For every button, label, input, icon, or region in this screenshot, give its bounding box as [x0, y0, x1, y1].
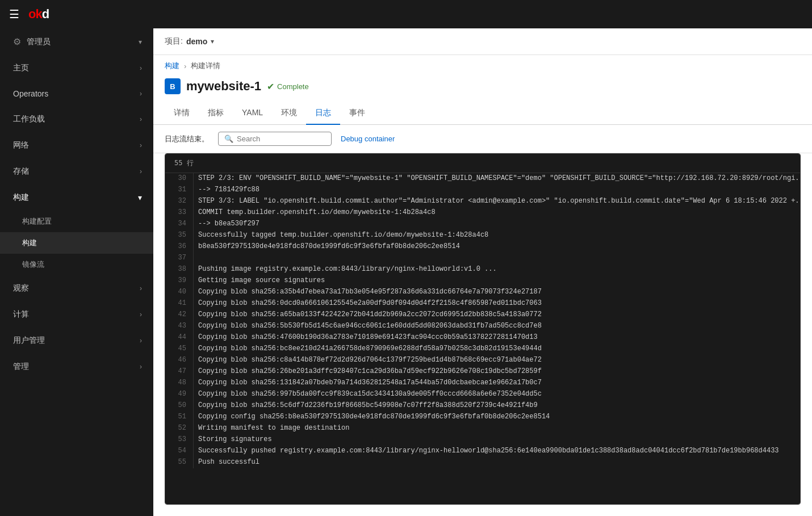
sidebar-item-admin[interactable]: ⚙ 管理员 ▾ [0, 28, 153, 55]
chevron-right-icon-wl: › [140, 115, 142, 123]
sidebar-item-workload[interactable]: 工作负载 › [0, 106, 153, 132]
sidebar: ⚙ 管理员 ▾ 主页 › Operators › 工作负载 › 网络 [0, 28, 153, 516]
table-row: 47Copying blob sha256:26be201a3dffc92840… [165, 366, 800, 377]
sidebar-item-home-label: 主页 [13, 63, 29, 73]
line-content: --> 7181429fc88 [194, 184, 264, 196]
line-content: Getting image source signatures [194, 275, 329, 287]
tab-详情[interactable]: 详情 [165, 102, 199, 125]
sidebar-item-network[interactable]: 网络 › [0, 132, 153, 158]
project-dropdown-arrow[interactable]: ▾ [211, 37, 214, 45]
tab-YAML[interactable]: YAML [233, 102, 272, 125]
line-number: 44 [165, 332, 194, 343]
line-content: Copying blob sha256:47600b190d36a2783e71… [194, 332, 542, 343]
line-number: 55 [165, 457, 194, 468]
sidebar-item-observe-label: 观察 [13, 283, 29, 293]
table-row: 50Copying blob sha256:5c6df7d2236fb19f86… [165, 400, 800, 412]
line-content: Copying blob sha256:5c6df7d2236fb19f8668… [194, 400, 542, 412]
line-number: 33 [165, 207, 194, 219]
sidebar-item-build-label: 构建 [13, 192, 29, 202]
chevron-right-icon-stor: › [140, 167, 142, 175]
project-name: demo [186, 37, 207, 46]
line-content: Copying blob sha256:a65ba0133f422422e72b… [194, 309, 546, 321]
page-title: mywebsite-1 [186, 79, 261, 94]
sidebar-sub-item-image-stream[interactable]: 镜像流 [0, 254, 153, 275]
line-content: Successfully pushed registry.example.com… [194, 446, 784, 457]
chevron-right-icon-comp: › [140, 311, 142, 318]
line-number: 42 [165, 309, 194, 321]
line-number: 32 [165, 196, 194, 207]
table-row: 37 [165, 253, 800, 264]
sidebar-item-build[interactable]: 构建 ▾ [0, 184, 153, 211]
tab-环境[interactable]: 环境 [272, 102, 306, 125]
line-content: --> b8ea530f297 [194, 219, 264, 230]
sidebar-item-observe[interactable]: 观察 › [0, 275, 153, 301]
line-number: 46 [165, 355, 194, 366]
tab-日志[interactable]: 日志 [306, 102, 340, 125]
hamburger-icon[interactable]: ☰ [9, 7, 19, 21]
line-content: Copying blob sha256:997b5da00fcc9f839ca1… [194, 389, 546, 400]
table-row: 34--> b8ea530f297 [165, 219, 800, 230]
line-number: 48 [165, 377, 194, 389]
table-row: 46Copying blob sha256:c8a414b878ef72d2d9… [165, 355, 800, 366]
line-content: Copying blob sha256:0dcd0a666106125545e2… [194, 298, 546, 309]
line-number: 36 [165, 241, 194, 253]
line-content: Copying blob sha256:a35b4d7ebea73a17bb3e… [194, 287, 546, 298]
chevron-right-icon-ops: › [140, 90, 142, 98]
breadcrumb-current: 构建详情 [191, 61, 220, 71]
sidebar-item-manage-label: 管理 [13, 362, 29, 372]
chevron-down-icon-build: ▾ [138, 193, 142, 202]
line-number: 54 [165, 446, 194, 457]
status-badge: ✔ Complete [267, 81, 309, 92]
content-area: 项目: demo ▾ 构建 › 构建详情 B mywebsite-1 ✔ Com… [153, 28, 812, 516]
tab-事件[interactable]: 事件 [340, 102, 374, 125]
search-input[interactable] [237, 135, 311, 143]
sidebar-item-storage[interactable]: 存储 › [0, 158, 153, 184]
table-row: 55Push successful [165, 457, 800, 468]
sidebar-sub-item-build[interactable]: 构建 [0, 232, 153, 254]
okd-logo: ok d [28, 7, 49, 22]
sidebar-item-operators[interactable]: Operators › [0, 81, 153, 106]
table-row: 49Copying blob sha256:997b5da00fcc9f839c… [165, 389, 800, 400]
line-number: 52 [165, 423, 194, 434]
line-content: Push successful [194, 457, 264, 468]
project-label: 项目: [165, 36, 183, 47]
line-number: 45 [165, 343, 194, 355]
tabs-bar: 详情指标YAML环境日志事件 [153, 102, 812, 125]
line-number: 43 [165, 321, 194, 332]
page-title-row: B mywebsite-1 ✔ Complete [153, 74, 812, 102]
log-container[interactable]: 55 行 30STEP 2/3: ENV "OPENSHIFT_BUILD_NA… [165, 153, 801, 505]
status-label: Complete [277, 82, 309, 91]
line-number: 51 [165, 412, 194, 423]
table-row: 31--> 7181429fc88 [165, 184, 800, 196]
table-row: 51Copying config sha256:b8ea530f2975130d… [165, 412, 800, 423]
line-content: Storing signatures [194, 434, 277, 446]
table-row: 52Writing manifest to image destination [165, 423, 800, 434]
sidebar-item-user-mgmt[interactable]: 用户管理 › [0, 328, 153, 354]
log-body: 30STEP 2/3: ENV "OPENSHIFT_BUILD_NAME"="… [165, 173, 800, 468]
table-row: 35Successfully tagged temp.builder.opens… [165, 230, 800, 241]
line-content: Copying blob sha256:5b530fb5d145c6ae946c… [194, 321, 546, 332]
line-content: Copying config sha256:b8ea530f2975130de4… [194, 412, 554, 423]
sidebar-item-user-mgmt-label: 用户管理 [13, 335, 45, 346]
debug-container-link[interactable]: Debug container [341, 135, 395, 143]
search-box[interactable]: 🔍 [218, 132, 332, 146]
table-row: 33COMMIT temp.builder.openshift.io/demo/… [165, 207, 800, 219]
line-content: Copying blob sha256:131842a07bdeb79a714d… [194, 377, 546, 389]
sidebar-item-storage-label: 存储 [13, 166, 29, 177]
sidebar-sub-item-build-config[interactable]: 构建配置 [0, 211, 153, 232]
line-number: 40 [165, 287, 194, 298]
project-bar: 项目: demo ▾ [153, 28, 812, 55]
sidebar-item-home[interactable]: 主页 › [0, 55, 153, 81]
search-icon: 🔍 [224, 135, 233, 143]
breadcrumb-parent[interactable]: 构建 [165, 61, 179, 71]
line-content: b8ea530f2975130de4e918fdc870de1999fd6c9f… [194, 241, 464, 253]
chevron-right-icon-obs: › [140, 284, 142, 292]
table-row: 38Pushing image registry.example.com:844… [165, 264, 800, 275]
line-content: Copying blob sha256:26be201a3dffc928407c… [194, 366, 546, 377]
line-number: 35 [165, 230, 194, 241]
sidebar-item-manage[interactable]: 管理 › [0, 354, 153, 380]
table-row: 41Copying blob sha256:0dcd0a666106125545… [165, 298, 800, 309]
tab-指标[interactable]: 指标 [199, 102, 233, 125]
sidebar-item-compute[interactable]: 计算 › [0, 301, 153, 328]
breadcrumb: 构建 › 构建详情 [153, 55, 812, 74]
